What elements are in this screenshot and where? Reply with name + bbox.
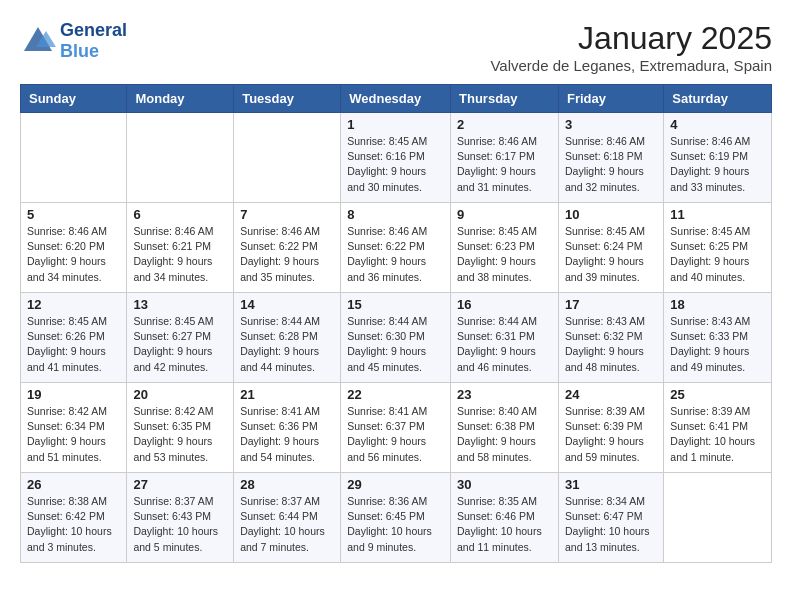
day-number: 27 [133, 477, 227, 492]
day-number: 10 [565, 207, 657, 222]
location-title: Valverde de Leganes, Extremadura, Spain [490, 57, 772, 74]
day-number: 14 [240, 297, 334, 312]
day-number: 25 [670, 387, 765, 402]
day-info: Sunrise: 8:44 AMSunset: 6:30 PMDaylight:… [347, 314, 444, 375]
day-cell: 11Sunrise: 8:45 AMSunset: 6:25 PMDayligh… [664, 203, 772, 293]
day-number: 22 [347, 387, 444, 402]
day-number: 21 [240, 387, 334, 402]
day-cell: 28Sunrise: 8:37 AMSunset: 6:44 PMDayligh… [234, 473, 341, 563]
day-number: 12 [27, 297, 120, 312]
day-cell: 16Sunrise: 8:44 AMSunset: 6:31 PMDayligh… [451, 293, 559, 383]
day-number: 9 [457, 207, 552, 222]
week-row-3: 12Sunrise: 8:45 AMSunset: 6:26 PMDayligh… [21, 293, 772, 383]
day-cell: 3Sunrise: 8:46 AMSunset: 6:18 PMDaylight… [558, 113, 663, 203]
week-row-4: 19Sunrise: 8:42 AMSunset: 6:34 PMDayligh… [21, 383, 772, 473]
logo-icon [20, 23, 56, 59]
day-cell: 6Sunrise: 8:46 AMSunset: 6:21 PMDaylight… [127, 203, 234, 293]
day-info: Sunrise: 8:46 AMSunset: 6:18 PMDaylight:… [565, 134, 657, 195]
day-info: Sunrise: 8:46 AMSunset: 6:19 PMDaylight:… [670, 134, 765, 195]
day-cell: 1Sunrise: 8:45 AMSunset: 6:16 PMDaylight… [341, 113, 451, 203]
weekday-header-tuesday: Tuesday [234, 85, 341, 113]
day-info: Sunrise: 8:41 AMSunset: 6:37 PMDaylight:… [347, 404, 444, 465]
day-info: Sunrise: 8:46 AMSunset: 6:17 PMDaylight:… [457, 134, 552, 195]
calendar-body: 1Sunrise: 8:45 AMSunset: 6:16 PMDaylight… [21, 113, 772, 563]
day-info: Sunrise: 8:45 AMSunset: 6:27 PMDaylight:… [133, 314, 227, 375]
day-info: Sunrise: 8:43 AMSunset: 6:33 PMDaylight:… [670, 314, 765, 375]
day-cell [234, 113, 341, 203]
week-row-1: 1Sunrise: 8:45 AMSunset: 6:16 PMDaylight… [21, 113, 772, 203]
day-number: 15 [347, 297, 444, 312]
day-cell: 27Sunrise: 8:37 AMSunset: 6:43 PMDayligh… [127, 473, 234, 563]
day-cell: 21Sunrise: 8:41 AMSunset: 6:36 PMDayligh… [234, 383, 341, 473]
day-info: Sunrise: 8:45 AMSunset: 6:24 PMDaylight:… [565, 224, 657, 285]
day-cell: 17Sunrise: 8:43 AMSunset: 6:32 PMDayligh… [558, 293, 663, 383]
day-info: Sunrise: 8:42 AMSunset: 6:35 PMDaylight:… [133, 404, 227, 465]
day-cell: 19Sunrise: 8:42 AMSunset: 6:34 PMDayligh… [21, 383, 127, 473]
day-info: Sunrise: 8:40 AMSunset: 6:38 PMDaylight:… [457, 404, 552, 465]
day-cell: 20Sunrise: 8:42 AMSunset: 6:35 PMDayligh… [127, 383, 234, 473]
day-info: Sunrise: 8:39 AMSunset: 6:39 PMDaylight:… [565, 404, 657, 465]
day-number: 5 [27, 207, 120, 222]
weekday-header-saturday: Saturday [664, 85, 772, 113]
logo: General Blue [20, 20, 127, 62]
day-cell: 7Sunrise: 8:46 AMSunset: 6:22 PMDaylight… [234, 203, 341, 293]
title-area: January 2025 Valverde de Leganes, Extrem… [490, 20, 772, 74]
day-number: 6 [133, 207, 227, 222]
day-cell: 26Sunrise: 8:38 AMSunset: 6:42 PMDayligh… [21, 473, 127, 563]
day-cell: 22Sunrise: 8:41 AMSunset: 6:37 PMDayligh… [341, 383, 451, 473]
day-cell: 5Sunrise: 8:46 AMSunset: 6:20 PMDaylight… [21, 203, 127, 293]
week-row-5: 26Sunrise: 8:38 AMSunset: 6:42 PMDayligh… [21, 473, 772, 563]
day-info: Sunrise: 8:46 AMSunset: 6:20 PMDaylight:… [27, 224, 120, 285]
day-info: Sunrise: 8:45 AMSunset: 6:23 PMDaylight:… [457, 224, 552, 285]
day-cell [127, 113, 234, 203]
day-info: Sunrise: 8:46 AMSunset: 6:22 PMDaylight:… [347, 224, 444, 285]
day-info: Sunrise: 8:34 AMSunset: 6:47 PMDaylight:… [565, 494, 657, 555]
day-cell: 4Sunrise: 8:46 AMSunset: 6:19 PMDaylight… [664, 113, 772, 203]
day-cell: 30Sunrise: 8:35 AMSunset: 6:46 PMDayligh… [451, 473, 559, 563]
day-info: Sunrise: 8:45 AMSunset: 6:26 PMDaylight:… [27, 314, 120, 375]
day-cell [664, 473, 772, 563]
header: General Blue January 2025 Valverde de Le… [20, 20, 772, 74]
day-number: 2 [457, 117, 552, 132]
day-number: 31 [565, 477, 657, 492]
day-info: Sunrise: 8:39 AMSunset: 6:41 PMDaylight:… [670, 404, 765, 465]
day-cell: 31Sunrise: 8:34 AMSunset: 6:47 PMDayligh… [558, 473, 663, 563]
day-cell: 10Sunrise: 8:45 AMSunset: 6:24 PMDayligh… [558, 203, 663, 293]
day-cell: 29Sunrise: 8:36 AMSunset: 6:45 PMDayligh… [341, 473, 451, 563]
day-cell: 12Sunrise: 8:45 AMSunset: 6:26 PMDayligh… [21, 293, 127, 383]
day-cell: 15Sunrise: 8:44 AMSunset: 6:30 PMDayligh… [341, 293, 451, 383]
day-cell: 8Sunrise: 8:46 AMSunset: 6:22 PMDaylight… [341, 203, 451, 293]
day-number: 29 [347, 477, 444, 492]
weekday-header-wednesday: Wednesday [341, 85, 451, 113]
day-number: 13 [133, 297, 227, 312]
day-cell: 23Sunrise: 8:40 AMSunset: 6:38 PMDayligh… [451, 383, 559, 473]
day-cell [21, 113, 127, 203]
weekday-header-thursday: Thursday [451, 85, 559, 113]
day-info: Sunrise: 8:46 AMSunset: 6:21 PMDaylight:… [133, 224, 227, 285]
day-info: Sunrise: 8:43 AMSunset: 6:32 PMDaylight:… [565, 314, 657, 375]
day-info: Sunrise: 8:38 AMSunset: 6:42 PMDaylight:… [27, 494, 120, 555]
day-cell: 14Sunrise: 8:44 AMSunset: 6:28 PMDayligh… [234, 293, 341, 383]
day-cell: 13Sunrise: 8:45 AMSunset: 6:27 PMDayligh… [127, 293, 234, 383]
day-number: 16 [457, 297, 552, 312]
day-number: 7 [240, 207, 334, 222]
day-info: Sunrise: 8:44 AMSunset: 6:31 PMDaylight:… [457, 314, 552, 375]
day-cell: 25Sunrise: 8:39 AMSunset: 6:41 PMDayligh… [664, 383, 772, 473]
weekday-header-row: SundayMondayTuesdayWednesdayThursdayFrid… [21, 85, 772, 113]
day-number: 4 [670, 117, 765, 132]
logo-general: General [60, 20, 127, 40]
day-number: 3 [565, 117, 657, 132]
day-info: Sunrise: 8:36 AMSunset: 6:45 PMDaylight:… [347, 494, 444, 555]
day-number: 17 [565, 297, 657, 312]
day-cell: 24Sunrise: 8:39 AMSunset: 6:39 PMDayligh… [558, 383, 663, 473]
day-number: 23 [457, 387, 552, 402]
day-info: Sunrise: 8:45 AMSunset: 6:16 PMDaylight:… [347, 134, 444, 195]
week-row-2: 5Sunrise: 8:46 AMSunset: 6:20 PMDaylight… [21, 203, 772, 293]
weekday-header-friday: Friday [558, 85, 663, 113]
day-number: 1 [347, 117, 444, 132]
day-number: 20 [133, 387, 227, 402]
calendar: SundayMondayTuesdayWednesdayThursdayFrid… [20, 84, 772, 563]
logo-blue: Blue [60, 41, 99, 61]
day-number: 30 [457, 477, 552, 492]
day-info: Sunrise: 8:35 AMSunset: 6:46 PMDaylight:… [457, 494, 552, 555]
